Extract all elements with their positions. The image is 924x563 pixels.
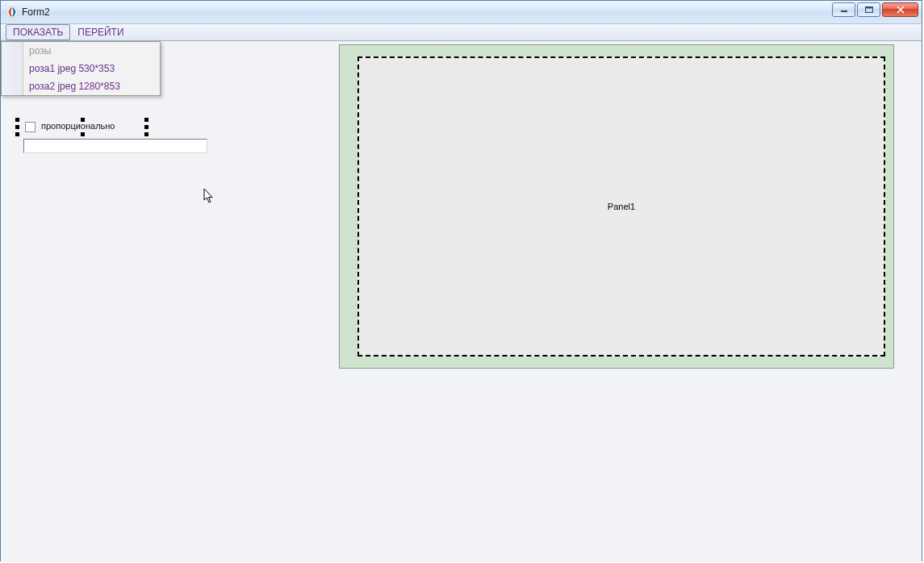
checkbox-label: пропорционально (40, 121, 115, 131)
svg-rect-3 (865, 7, 872, 9)
menu-goto[interactable]: ПЕРЕЙТИ (70, 24, 131, 40)
dropdown-item-rose2[interactable]: роза2 jpeg 1280*853 (2, 77, 160, 95)
resize-handle-bl[interactable] (15, 132, 19, 136)
proportional-checkbox[interactable]: пропорционально (18, 120, 147, 134)
panel1-caption: Panel1 (608, 202, 635, 211)
cursor-icon (203, 188, 215, 204)
maximize-icon (865, 6, 873, 13)
dropdown-item-rose1[interactable]: роза1 jpeg 530*353 (2, 60, 160, 77)
dropdown-item-roses-header: розы (2, 42, 160, 60)
delphi-app-icon (6, 6, 19, 19)
checkbox-box[interactable] (25, 122, 36, 132)
show-dropdown: розы роза1 jpeg 530*353 роза2 jpeg 1280*… (1, 41, 161, 96)
close-icon (896, 6, 905, 14)
resize-handle-tm[interactable] (81, 118, 85, 122)
panel1-outer[interactable]: Panel1 (339, 44, 894, 369)
resize-handle-mr[interactable] (144, 125, 148, 129)
window-controls (832, 2, 918, 17)
svg-rect-1 (841, 10, 847, 12)
menu-show[interactable]: ПОКАЗАТЬ (6, 24, 70, 40)
resize-handle-bm[interactable] (81, 132, 85, 136)
minimize-icon (840, 6, 848, 13)
minimize-button[interactable] (832, 2, 855, 17)
form-designer-surface[interactable]: розы роза1 jpeg 530*353 роза2 jpeg 1280*… (1, 41, 922, 562)
menubar: ПОКАЗАТЬ ПЕРЕЙТИ (1, 24, 922, 41)
panel1[interactable]: Panel1 (357, 56, 885, 357)
form-window: Form2 ПОКАЗАТЬ ПЕРЕЙТИ (0, 0, 922, 561)
maximize-button[interactable] (857, 2, 880, 17)
resize-handle-br[interactable] (144, 132, 148, 136)
resize-handle-tr[interactable] (144, 118, 148, 122)
close-button[interactable] (882, 2, 918, 17)
svg-point-0 (7, 7, 18, 18)
resize-handle-tl[interactable] (15, 118, 19, 122)
titlebar[interactable]: Form2 (1, 1, 922, 24)
text-input[interactable] (23, 139, 207, 153)
window-title: Form2 (22, 6, 50, 18)
resize-handle-ml[interactable] (15, 125, 19, 129)
